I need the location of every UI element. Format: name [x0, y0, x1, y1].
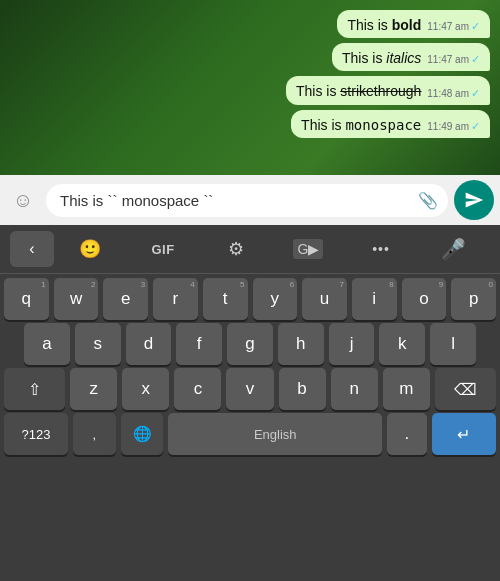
message-time-bold: 11:47 am: [427, 21, 469, 32]
key-l[interactable]: l: [430, 323, 476, 365]
key-c[interactable]: c: [174, 368, 221, 410]
message-input[interactable]: [46, 184, 448, 217]
translate-icon: G▶: [293, 239, 323, 259]
enter-key[interactable]: ↵: [432, 413, 496, 455]
message-meta-bold: 11:47 am ✓: [427, 20, 480, 33]
key-e[interactable]: 3e: [103, 278, 148, 320]
message-ticks-mono: ✓: [471, 120, 480, 133]
globe-key[interactable]: 🌐: [121, 413, 164, 455]
message-bubble-bold: This is bold 11:47 am ✓: [337, 10, 490, 38]
sticker-icon: 🙂: [79, 238, 101, 260]
more-icon: •••: [372, 241, 390, 257]
number-label: ?123: [22, 427, 51, 442]
message-text-bold: This is bold: [347, 16, 421, 34]
message-text-mono: This is monospace: [301, 116, 421, 134]
key-h[interactable]: h: [278, 323, 324, 365]
key-r[interactable]: 4r: [153, 278, 198, 320]
key-t[interactable]: 5t: [203, 278, 248, 320]
message-bubble-strike: This is strikethrough 11:48 am ✓: [286, 76, 490, 104]
key-y[interactable]: 6y: [253, 278, 298, 320]
keyboard-toolbar: ‹ 🙂 GIF ⚙ G▶ ••• 🎤: [0, 225, 500, 274]
translate-button[interactable]: G▶: [272, 231, 345, 267]
number-key[interactable]: ?123: [4, 413, 68, 455]
keyboard-back-button[interactable]: ‹: [10, 231, 54, 267]
message-meta-italic: 11:47 am ✓: [427, 53, 480, 66]
message-ticks-bold: ✓: [471, 20, 480, 33]
bottom-emoji-key[interactable]: ,: [73, 413, 116, 455]
message-ticks-strike: ✓: [471, 87, 480, 100]
key-u[interactable]: 7u: [302, 278, 347, 320]
chat-area: This is bold 11:47 am ✓ This is italics …: [0, 0, 500, 175]
message-bubble-mono: This is monospace 11:49 am ✓: [291, 110, 490, 138]
key-m[interactable]: m: [383, 368, 430, 410]
microphone-button[interactable]: 🎤: [417, 231, 490, 267]
keyboard: 1q 2w 3e 4r 5t 6y 7u 8i 9o 0p a s d f g …: [0, 274, 500, 581]
message-time-strike: 11:48 am: [427, 88, 469, 99]
settings-button[interactable]: ⚙: [199, 231, 272, 267]
key-row-3: ⇧ z x c v b n m ⌫: [4, 368, 496, 410]
message-text-italic: This is italics: [342, 49, 421, 67]
backspace-key[interactable]: ⌫: [435, 368, 496, 410]
message-meta-strike: 11:48 am ✓: [427, 87, 480, 100]
shift-key[interactable]: ⇧: [4, 368, 65, 410]
key-row-1: 1q 2w 3e 4r 5t 6y 7u 8i 9o 0p: [4, 278, 496, 320]
settings-icon: ⚙: [228, 238, 244, 260]
send-icon: [464, 190, 484, 210]
key-f[interactable]: f: [176, 323, 222, 365]
key-k[interactable]: k: [379, 323, 425, 365]
key-b[interactable]: b: [279, 368, 326, 410]
space-key[interactable]: English: [168, 413, 382, 455]
more-button[interactable]: •••: [345, 231, 418, 267]
message-bubble-italic: This is italics 11:47 am ✓: [332, 43, 490, 71]
key-g[interactable]: g: [227, 323, 273, 365]
key-d[interactable]: d: [126, 323, 172, 365]
key-o[interactable]: 9o: [402, 278, 447, 320]
message-ticks-italic: ✓: [471, 53, 480, 66]
message-time-italic: 11:47 am: [427, 54, 469, 65]
enter-icon: ↵: [457, 425, 470, 444]
input-bar: ☺ 📎: [0, 175, 500, 225]
key-w[interactable]: 2w: [54, 278, 99, 320]
back-icon: ‹: [29, 240, 34, 258]
send-button[interactable]: [454, 180, 494, 220]
message-meta-mono: 11:49 am ✓: [427, 120, 480, 133]
gif-label: GIF: [151, 242, 174, 257]
input-wrapper: 📎: [46, 184, 448, 217]
mic-icon: 🎤: [441, 237, 466, 261]
key-j[interactable]: j: [329, 323, 375, 365]
message-text-strike: This is strikethrough: [296, 82, 421, 100]
key-s[interactable]: s: [75, 323, 121, 365]
key-i[interactable]: 8i: [352, 278, 397, 320]
shift-icon: ⇧: [28, 380, 41, 399]
message-time-mono: 11:49 am: [427, 121, 469, 132]
space-label: English: [254, 427, 297, 442]
key-v[interactable]: v: [226, 368, 273, 410]
emoji-button[interactable]: ☺: [6, 183, 40, 217]
globe-icon: 🌐: [133, 425, 152, 443]
key-n[interactable]: n: [331, 368, 378, 410]
key-z[interactable]: z: [70, 368, 117, 410]
key-x[interactable]: x: [122, 368, 169, 410]
period-key[interactable]: .: [387, 413, 427, 455]
sticker-button[interactable]: 🙂: [54, 231, 127, 267]
key-a[interactable]: a: [24, 323, 70, 365]
gif-button[interactable]: GIF: [127, 231, 200, 267]
emoji-icon: ☺: [13, 189, 33, 212]
key-p[interactable]: 0p: [451, 278, 496, 320]
backspace-icon: ⌫: [454, 380, 477, 399]
key-row-2: a s d f g h j k l: [4, 323, 496, 365]
key-q[interactable]: 1q: [4, 278, 49, 320]
attach-icon[interactable]: 📎: [418, 191, 438, 210]
key-row-bottom: ?123 , 🌐 English . ↵: [4, 413, 496, 455]
